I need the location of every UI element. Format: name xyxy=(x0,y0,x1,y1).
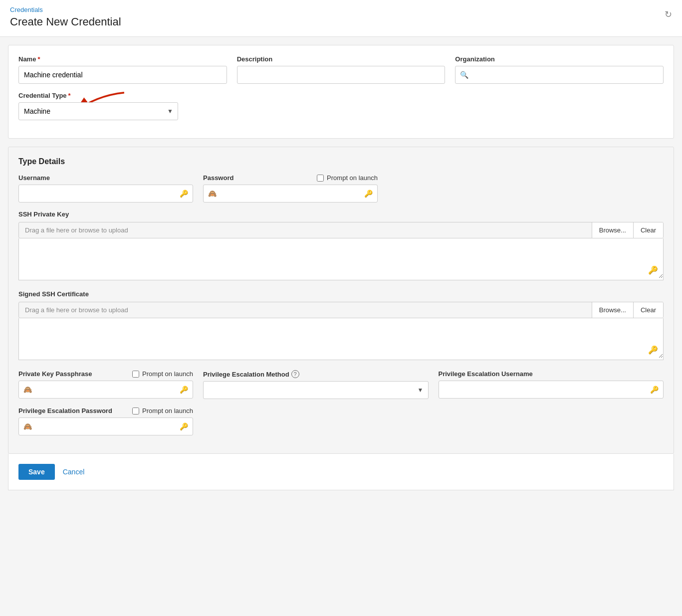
signed-ssh-cert-section: Signed SSH Certificate Drag a file here … xyxy=(18,290,664,360)
ssh-private-key-textarea[interactable] xyxy=(19,238,663,278)
page-title: Create New Credential xyxy=(10,15,672,28)
signed-ssh-key-icon[interactable]: 🔑 xyxy=(648,345,658,355)
username-input-wrapper: 🔑 xyxy=(18,185,193,203)
credential-type-row: Credential Type* Machine Source Control … xyxy=(18,92,664,120)
privilege-password-eye-slash-icon[interactable]: 🙈 xyxy=(23,422,32,430)
username-label: Username xyxy=(18,174,193,182)
privilege-username-key-icon[interactable]: 🔑 xyxy=(650,386,659,394)
privilege-password-prompt-label: Prompt on launch xyxy=(142,407,193,414)
name-group: Name* xyxy=(18,55,227,84)
top-form-row: Name* Description Organization 🔍 xyxy=(18,55,664,84)
signed-ssh-textarea-wrapper: 🔑 xyxy=(18,318,664,360)
passphrase-prompt-label: Prompt on launch xyxy=(142,370,193,378)
page-header: Credentials Create New Credential ↻ xyxy=(0,0,682,37)
username-key-icon[interactable]: 🔑 xyxy=(180,190,188,198)
username-group: Username 🔑 xyxy=(18,174,193,203)
description-input[interactable] xyxy=(237,66,446,84)
breadcrumb[interactable]: Credentials xyxy=(10,6,672,13)
signed-ssh-clear-button[interactable]: Clear xyxy=(633,302,663,318)
passphrase-privilege-row: Private Key Passphrase Prompt on launch … xyxy=(18,370,664,399)
privilege-escalation-method-label: Privilege Escalation Method xyxy=(203,371,289,378)
passphrase-input-wrapper: 🙈 🔑 xyxy=(18,381,193,399)
privilege-escalation-method-select-wrapper: sudo su pbrun ▼ xyxy=(203,381,429,399)
credential-type-required: * xyxy=(68,92,71,99)
privilege-escalation-method-help-icon[interactable]: ? xyxy=(291,370,299,378)
privilege-escalation-password-label: Privilege Escalation Password xyxy=(18,407,112,414)
passphrase-eye-slash-icon[interactable]: 🙈 xyxy=(23,386,32,394)
privilege-escalation-password-input[interactable] xyxy=(18,417,193,435)
save-button[interactable]: Save xyxy=(18,464,55,480)
privilege-password-row: Privilege Escalation Password Prompt on … xyxy=(18,407,664,435)
password-prompt-checkbox[interactable] xyxy=(317,175,324,182)
type-details-title: Type Details xyxy=(18,157,664,166)
main-content: Name* Description Organization 🔍 Credent xyxy=(0,37,682,498)
privilege-password-key-icon[interactable]: 🔑 xyxy=(180,422,188,430)
ssh-private-key-textarea-wrapper: 🔑 xyxy=(18,238,664,280)
private-key-passphrase-label: Private Key Passphrase xyxy=(18,370,92,378)
privilege-password-prompt-checkbox[interactable] xyxy=(132,408,139,414)
private-key-passphrase-group: Private Key Passphrase Prompt on launch … xyxy=(18,370,193,399)
ssh-private-key-icon[interactable]: 🔑 xyxy=(648,265,658,275)
password-input[interactable] xyxy=(203,185,378,203)
password-group: Password Prompt on launch 🙈 🔑 xyxy=(203,174,378,203)
privilege-password-input-wrapper: 🙈 🔑 xyxy=(18,417,193,435)
organization-input[interactable] xyxy=(455,66,664,84)
ssh-private-key-section: SSH Private Key Drag a file here or brow… xyxy=(18,210,664,280)
ssh-clear-button[interactable]: Clear xyxy=(633,222,663,238)
password-prompt-label: Prompt on launch xyxy=(327,174,378,182)
description-label: Description xyxy=(237,55,446,63)
password-eye-slash-icon[interactable]: 🙈 xyxy=(208,190,217,198)
privilege-escalation-username-group: Privilege Escalation Username 🔑 xyxy=(439,370,664,399)
name-required: * xyxy=(37,55,40,63)
credential-type-select[interactable]: Machine Source Control Amazon Web Servic… xyxy=(18,102,178,120)
username-input[interactable] xyxy=(18,185,193,203)
password-prompt-wrapper: Prompt on launch xyxy=(317,174,378,182)
privilege-escalation-method-group: Privilege Escalation Method ? sudo su pb… xyxy=(203,370,429,399)
signed-ssh-placeholder: Drag a file here or browse to upload xyxy=(19,302,592,318)
privilege-escalation-username-wrapper: 🔑 xyxy=(439,381,664,399)
organization-group: Organization 🔍 xyxy=(455,55,664,84)
description-group: Description xyxy=(237,55,446,84)
password-key-icon[interactable]: 🔑 xyxy=(364,190,373,198)
signed-ssh-browse-button[interactable]: Browse... xyxy=(592,302,633,318)
name-input[interactable] xyxy=(18,66,227,84)
credential-type-group: Credential Type* Machine Source Control … xyxy=(18,92,178,120)
history-icon[interactable]: ↻ xyxy=(665,9,672,20)
type-details-section: Type Details Username 🔑 Password Prompt … xyxy=(8,147,674,454)
footer-section: Save Cancel xyxy=(8,454,674,490)
credential-type-label: Credential Type* xyxy=(18,92,178,99)
privilege-escalation-username-label: Privilege Escalation Username xyxy=(439,370,664,378)
cancel-link[interactable]: Cancel xyxy=(63,468,85,476)
signed-ssh-upload-row: Drag a file here or browse to upload Bro… xyxy=(18,302,664,318)
ssh-private-key-upload-row: Drag a file here or browse to upload Bro… xyxy=(18,222,664,238)
passphrase-prompt-checkbox[interactable] xyxy=(132,371,139,378)
org-search-icon: 🔍 xyxy=(460,71,468,79)
signed-ssh-textarea[interactable] xyxy=(19,318,663,358)
passphrase-input[interactable] xyxy=(18,381,193,399)
privilege-escalation-password-group: Privilege Escalation Password Prompt on … xyxy=(18,407,193,435)
name-label: Name* xyxy=(18,55,227,63)
organization-label: Organization xyxy=(455,55,664,63)
org-input-wrapper: 🔍 xyxy=(455,66,664,84)
passphrase-key-icon[interactable]: 🔑 xyxy=(180,386,188,394)
password-label: Password xyxy=(203,174,233,182)
ssh-browse-button[interactable]: Browse... xyxy=(592,222,633,238)
ssh-private-key-placeholder: Drag a file here or browse to upload xyxy=(19,222,592,238)
privilege-escalation-username-input[interactable] xyxy=(439,381,664,399)
privilege-escalation-method-select[interactable]: sudo su pbrun xyxy=(203,381,429,399)
password-input-wrapper: 🙈 🔑 xyxy=(203,185,378,203)
username-password-row: Username 🔑 Password Prompt on launch 🙈 xyxy=(18,174,664,203)
form-card: Name* Description Organization 🔍 Credent xyxy=(8,45,674,139)
credential-type-select-wrapper: Machine Source Control Amazon Web Servic… xyxy=(18,102,178,120)
privilege-password-prompt-wrapper: Prompt on launch xyxy=(132,407,193,414)
signed-ssh-cert-label: Signed SSH Certificate xyxy=(18,290,664,298)
passphrase-prompt-wrapper: Prompt on launch xyxy=(132,370,193,378)
ssh-private-key-label: SSH Private Key xyxy=(18,210,664,218)
